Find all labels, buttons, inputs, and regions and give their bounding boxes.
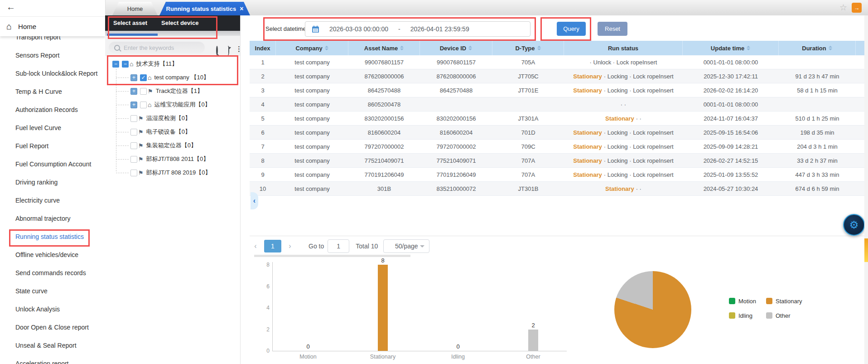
- sidebar-item[interactable]: Acceleration report: [0, 354, 105, 364]
- exit-icon[interactable]: →: [852, 3, 862, 13]
- sidebar-item[interactable]: Fuel level Curve: [0, 119, 105, 137]
- sort-icon[interactable]: [468, 46, 472, 50]
- tab-home[interactable]: Home: [112, 2, 158, 15]
- tree-checkbox[interactable]: [130, 142, 137, 149]
- query-button[interactable]: Query: [557, 22, 586, 36]
- datetime-range-input[interactable]: 2026-03-03 00:00:00 - 2026-04-01 23:59:5…: [305, 21, 530, 37]
- page-1-button[interactable]: 1: [264, 240, 281, 252]
- tree-node-label[interactable]: 温湿度检测【0】: [146, 114, 191, 122]
- sidebar-item[interactable]: Abnormal trajectory: [0, 209, 105, 228]
- tree-node-label[interactable]: Track定位器【1】: [156, 87, 203, 95]
- table-cell: [492, 97, 564, 111]
- sidebar-item[interactable]: Door Open & Close report: [0, 318, 105, 336]
- sidebar-item[interactable]: Running status statistics: [0, 228, 105, 246]
- reset-button[interactable]: Reset: [598, 22, 627, 36]
- expand-node-icon[interactable]: +: [130, 74, 137, 81]
- tree-checkbox[interactable]: [140, 102, 147, 108]
- zoom-search-icon[interactable]: [216, 46, 218, 55]
- tree-checkbox[interactable]: [130, 129, 137, 136]
- settings-fab[interactable]: ⚙: [843, 214, 865, 236]
- sort-icon[interactable]: [325, 46, 328, 50]
- sort-icon[interactable]: [400, 46, 404, 50]
- tree-checkbox[interactable]: [140, 88, 147, 95]
- tree-checkbox[interactable]: [130, 156, 137, 163]
- tree-checkbox[interactable]: −: [122, 61, 129, 68]
- sidebar-item-home[interactable]: ⌂ Home: [0, 16, 105, 36]
- tree-node-label[interactable]: 部标JT/T808 2011【0】: [146, 155, 209, 163]
- goto-page-input[interactable]: 1: [328, 239, 349, 253]
- tree-node-label[interactable]: 集装箱定位器【0】: [146, 141, 197, 150]
- sidebar-item[interactable]: Offline vehicles/device: [0, 246, 105, 264]
- tree-node-label[interactable]: 电子锁设备【0】: [146, 128, 191, 136]
- table-row[interactable]: 7test company797207000002797207000002709…: [250, 140, 865, 154]
- sidebar-item[interactable]: Temp & H Curve: [0, 83, 105, 101]
- flag-icon: ⚑: [138, 156, 144, 163]
- back-arrow-icon[interactable]: ←: [6, 2, 15, 12]
- table-row[interactable]: 6test company81606002048160600204701DSta…: [250, 126, 865, 140]
- tab-select-device[interactable]: Select device: [161, 15, 198, 31]
- tree-node-label[interactable]: 部标JT/T 808 2019【0】: [146, 169, 211, 177]
- total-count: Total 10: [356, 243, 378, 250]
- expand-node-icon[interactable]: +: [130, 88, 137, 95]
- next-page-icon[interactable]: ›: [284, 242, 296, 250]
- star-icon[interactable]: ☆: [839, 2, 847, 13]
- legend-label: Idling: [738, 312, 752, 319]
- asset-panel-tabs: Select asset Select device: [105, 15, 240, 31]
- tab-running-status-statistics[interactable]: Running status statistics ×: [159, 2, 250, 15]
- column-header-device-id[interactable]: Device ID: [420, 41, 492, 55]
- collapse-node-icon[interactable]: −: [112, 61, 119, 68]
- table-row[interactable]: 10test company301B835210000072JT301BStat…: [250, 182, 865, 196]
- table-row[interactable]: 3test company86425704888642570488JT701ES…: [250, 83, 865, 97]
- table-row[interactable]: 2test company876208000006876208000006JT7…: [250, 69, 865, 83]
- legend-item-idling[interactable]: Idling: [729, 312, 766, 319]
- bar-stationary[interactable]: [378, 265, 388, 351]
- house-icon: ⌂: [130, 60, 133, 68]
- sidebar-item[interactable]: Sensors Report: [0, 46, 105, 64]
- sidebar-item[interactable]: Fuel Report: [0, 137, 105, 155]
- legend-item-motion[interactable]: Motion: [729, 298, 766, 305]
- table-row[interactable]: 8test company775210409071775210409071707…: [250, 154, 865, 168]
- sidebar-item[interactable]: Unlock Analysis: [0, 300, 105, 318]
- prev-page-icon[interactable]: ‹: [250, 242, 261, 250]
- sidebar-item[interactable]: Electricity curve: [0, 191, 105, 209]
- tree-checkbox[interactable]: [130, 115, 137, 122]
- search-input[interactable]: Enter the keywords: [109, 42, 205, 53]
- bar-other[interactable]: [528, 330, 538, 351]
- tab-select-asset[interactable]: Select asset: [113, 15, 147, 31]
- refresh-icon[interactable]: [227, 46, 229, 55]
- sidebar-item[interactable]: Authorization Records: [0, 101, 105, 119]
- column-header-company[interactable]: Company: [276, 41, 348, 55]
- page-size-select[interactable]: 50/page: [383, 239, 429, 253]
- tree-checkbox[interactable]: [130, 170, 137, 176]
- sidebar-item[interactable]: State curve: [0, 282, 105, 300]
- table-row[interactable]: 5test company830202000156830202000156JT3…: [250, 112, 865, 126]
- tree-node-label[interactable]: test company 【10】: [154, 73, 209, 82]
- tree-node[interactable]: −−⌂技术支持【11】: [105, 57, 240, 71]
- tree-checkbox[interactable]: ✓: [140, 74, 147, 81]
- sidebar-item[interactable]: Sub-lock Unlock&lock Report: [0, 64, 105, 83]
- sidebar-item[interactable]: Fuel Consumption Account: [0, 155, 105, 173]
- column-header-duration[interactable]: Duration: [779, 41, 856, 55]
- close-icon[interactable]: ×: [240, 5, 243, 12]
- x-axis-label: Idling: [438, 354, 478, 360]
- tree-node-label[interactable]: 技术支持【11】: [136, 60, 178, 68]
- sort-icon[interactable]: [747, 46, 750, 50]
- table-row[interactable]: 1test company990076801157990076801157705…: [250, 55, 865, 69]
- column-header-update-time[interactable]: Update time: [683, 41, 779, 55]
- sort-icon[interactable]: [537, 46, 541, 50]
- collapse-panel-handle[interactable]: ‹: [251, 192, 258, 209]
- legend-item-stationary[interactable]: Stationary: [766, 298, 803, 305]
- sidebar-item[interactable]: Send commands records: [0, 264, 105, 282]
- column-header-asset-name[interactable]: Asset Name: [348, 41, 420, 55]
- column-header-d-type[interactable]: D-Type: [492, 41, 564, 55]
- tree-node-label[interactable]: 运维宝功能应用【0】: [154, 101, 210, 109]
- sort-icon[interactable]: [829, 46, 832, 50]
- sidebar-item[interactable]: Unseal & Seal Report: [0, 336, 105, 354]
- sidebar-item[interactable]: Driving ranking: [0, 173, 105, 191]
- table-row[interactable]: 4test company8605200478· ·0001-01-01 08:…: [250, 97, 865, 112]
- expand-node-icon[interactable]: +: [130, 102, 137, 108]
- table-row[interactable]: 9test company770191206049770191206049707…: [250, 168, 865, 182]
- scrollbar-thumb[interactable]: [864, 238, 868, 262]
- scrollbar-track[interactable]: [864, 15, 868, 364]
- legend-item-other[interactable]: Other: [766, 312, 803, 319]
